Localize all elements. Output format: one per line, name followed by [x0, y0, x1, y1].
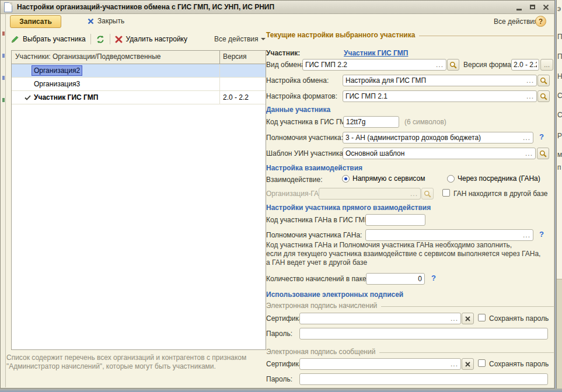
table-row[interactable]: Участник ГИС ГМП 2.0 - 2.2: [12, 91, 266, 104]
checkmark-icon: [25, 95, 31, 100]
column-header-version[interactable]: Версия: [220, 51, 266, 64]
close-button[interactable]: Закрыть: [88, 17, 124, 25]
package-count-label: Количество начислений в пакете:: [266, 275, 375, 283]
row-version-cell[interactable]: 2.0 - 2.2: [220, 91, 266, 104]
radio-direct-service[interactable]: Напрямую с сервисом: [342, 174, 425, 183]
authority-label: Полномочия участника:: [266, 134, 343, 142]
group-rule: [419, 36, 554, 36]
row-version-cell[interactable]: [220, 78, 266, 90]
select-ellipsis-button[interactable]: ...: [526, 92, 534, 100]
charges-certificate-clear-button[interactable]: [462, 313, 474, 324]
gan-other-base-checkbox[interactable]: [442, 189, 450, 197]
format-version-select-button[interactable]: ...: [540, 59, 553, 71]
save-button[interactable]: Записать: [10, 15, 61, 28]
select-ellipsis-button[interactable]: ...: [451, 314, 458, 323]
select-ellipsis-button: ...: [544, 61, 550, 69]
format-setting-field[interactable]: ГИС ГМП 2.1 ...: [343, 90, 537, 102]
maximize-icon: [530, 5, 535, 9]
authority-field[interactable]: 3 - АН (администратор доходов бюджета) .…: [343, 132, 533, 144]
clipped-letter: Р: [557, 132, 562, 140]
select-participant-button[interactable]: Выбрать участника: [11, 35, 86, 43]
gan-code-field[interactable]: [365, 214, 425, 226]
signatures-header: Использование электронных подписей: [266, 290, 403, 299]
format-version-field[interactable]: 2.0 - 2.2: [511, 59, 539, 71]
exchange-kind-open-button[interactable]: [447, 59, 459, 71]
authority-help-icon[interactable]: ?: [539, 132, 544, 141]
uin-template-label: Шаблон УИН участника:: [266, 149, 345, 158]
package-count-field[interactable]: 0: [366, 273, 425, 285]
uin-template-field[interactable]: Основной шаблон ...: [343, 148, 536, 159]
package-count-help-icon[interactable]: ?: [431, 274, 436, 282]
radio-unselected-icon: [447, 175, 455, 183]
row-name-cell[interactable]: Участник ГИС ГМП: [34, 93, 98, 102]
minimize-button[interactable]: [514, 3, 523, 12]
direct-settings-header: Настройки участника прямого взаимодейств…: [266, 204, 431, 212]
row-version-cell[interactable]: [220, 64, 266, 77]
password-label: Пароль:: [266, 330, 292, 338]
charges-signature-title: Электронная подпись начислений: [266, 302, 377, 310]
clear-x-icon: [465, 362, 470, 367]
select-ellipsis-button[interactable]: ...: [523, 231, 530, 239]
table-row[interactable]: Организация3: [12, 78, 266, 91]
current-settings-group: Текущие настройки выбранного участника: [266, 31, 554, 39]
refresh-button[interactable]: [96, 35, 105, 44]
messages-certificate-field[interactable]: ...: [299, 358, 461, 370]
exchange-setting-open-button[interactable]: [537, 75, 550, 86]
radio-intermediary-label: Через посредника (ГАНа): [458, 174, 540, 183]
clipped-letter: П: [557, 52, 562, 61]
close-window-button[interactable]: [541, 3, 550, 12]
interaction-label: Взаимодействие:: [266, 176, 323, 184]
maximize-button[interactable]: [528, 3, 537, 12]
select-ellipsis-button[interactable]: ...: [451, 360, 458, 368]
radio-via-intermediary[interactable]: Через посредника (ГАНа): [447, 174, 540, 183]
charges-save-password-checkbox[interactable]: [478, 314, 486, 321]
participant-code-hint: (6 символов): [404, 118, 446, 126]
clipped-letter: э: [557, 5, 561, 13]
close-icon: [543, 4, 549, 10]
list-footnote-line2: "Администратор начислений", которые могу…: [6, 362, 263, 371]
row-name-cell[interactable]: Организация2: [32, 65, 82, 76]
row-name-cell[interactable]: Организация3: [34, 80, 80, 88]
magnifier-icon: [539, 150, 547, 158]
charges-password-field[interactable]: [299, 328, 548, 340]
exchange-setting-field[interactable]: Настройка для ГИС ГМП ...: [343, 75, 537, 86]
charges-certificate-field[interactable]: ...: [299, 313, 461, 324]
select-ellipsis-button[interactable]: ...: [436, 61, 444, 69]
document-icon: [4, 2, 12, 12]
gan-note: Код участника ГАНа и Полномочия участник…: [266, 241, 540, 267]
table-row[interactable]: Организация2: [12, 64, 266, 78]
group-rule: [381, 306, 554, 307]
list-all-actions-label: Все действия: [214, 35, 258, 43]
select-ellipsis-button[interactable]: ...: [523, 134, 530, 142]
gan-authority-help-icon[interactable]: ?: [539, 230, 544, 239]
participant-code-field[interactable]: 12tt7g: [343, 116, 399, 128]
select-ellipsis-button[interactable]: ...: [526, 76, 534, 85]
messages-certificate-clear-button[interactable]: [462, 358, 474, 370]
settings-window: Настройки организаций-участников обмена …: [0, 0, 555, 388]
participant-link[interactable]: Участник ГИС ГМП: [344, 49, 408, 57]
title-bar: Настройки организаций-участников обмена …: [1, 1, 554, 14]
select-ellipsis-button[interactable]: ...: [525, 149, 533, 158]
column-header-participants[interactable]: Участники: Организации/Подведомственные: [12, 51, 220, 64]
list-footnote-line1: Список содержит перечень всех организаци…: [6, 354, 263, 362]
clipped-letter: Н: [557, 72, 562, 80]
magnifier-icon: [449, 61, 457, 69]
list-all-actions-button[interactable]: Все действия: [214, 35, 266, 43]
uin-template-open-button[interactable]: [537, 148, 549, 159]
red-x-icon: [115, 36, 123, 43]
minimize-icon: [516, 9, 522, 10]
messages-save-password-checkbox[interactable]: [478, 359, 486, 367]
radio-direct-label: Напрямую с сервисом: [352, 174, 425, 183]
password-label: Пароль:: [266, 375, 292, 383]
participants-table: Участники: Организации/Подведомственные …: [11, 50, 266, 350]
help-button[interactable]: ?: [535, 16, 546, 27]
gan-authority-field[interactable]: ...: [365, 229, 533, 241]
group-rule: [379, 352, 554, 353]
exchange-kind-field[interactable]: ГИС ГМП 2.2 ...: [302, 59, 446, 71]
package-count-value: 0: [369, 275, 422, 283]
exchange-kind-value: ГИС ГМП 2.2: [305, 61, 434, 69]
messages-signature-title: Электронная подпись сообщений: [266, 348, 375, 356]
delete-setting-button[interactable]: Удалить настройку: [115, 35, 187, 43]
messages-password-field[interactable]: [299, 373, 548, 385]
format-setting-open-button[interactable]: [537, 90, 550, 102]
